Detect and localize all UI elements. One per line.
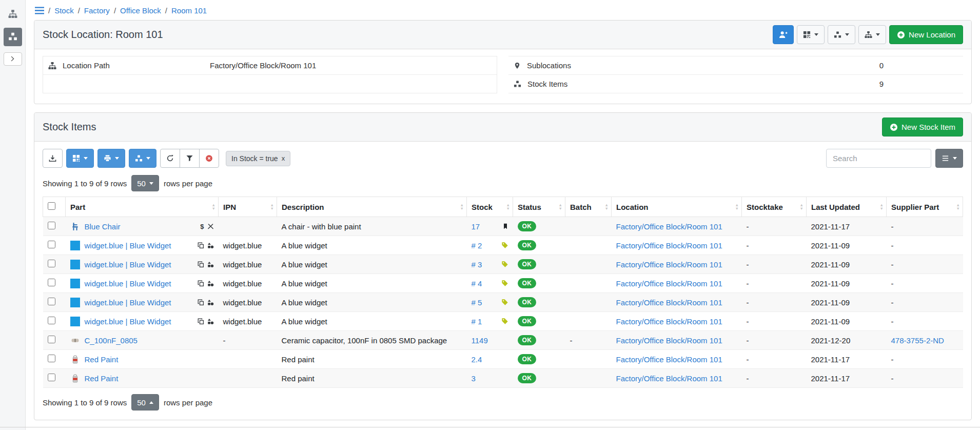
new-stock-item-button[interactable]: New Stock Item	[882, 118, 963, 136]
stock-count-link[interactable]: # 1	[472, 317, 482, 326]
stock-count-link[interactable]: # 5	[472, 298, 482, 307]
breadcrumb-link-office-block[interactable]: Office Block	[120, 6, 161, 15]
location-link[interactable]: Factory/Office Block/Room 101	[616, 279, 722, 288]
breadcrumb-separator: /	[165, 6, 167, 15]
page-title: Stock Location: Room 101	[43, 29, 163, 41]
batch-cell	[565, 293, 612, 312]
sidebar-item-location-tree[interactable]	[4, 5, 22, 24]
sidebar-item-stock[interactable]	[4, 28, 22, 46]
supplier-part-cell: -	[891, 317, 894, 326]
sidebar-expand-button[interactable]	[4, 52, 22, 66]
row-checkbox[interactable]	[48, 317, 55, 324]
row-checkbox[interactable]	[48, 222, 55, 229]
part-link[interactable]: widget.blue | Blue Widget	[85, 279, 171, 288]
row-checkbox[interactable]	[48, 355, 55, 362]
page-size-dropdown[interactable]: 50	[131, 394, 159, 411]
copy-icon	[198, 261, 204, 268]
row-checkbox[interactable]	[48, 279, 55, 286]
stock-actions-dropdown[interactable]	[828, 25, 855, 44]
column-header-location[interactable]: Location▲▼	[612, 197, 742, 217]
batch-cell	[565, 274, 612, 293]
widget-thumbnail	[70, 241, 80, 250]
location-link[interactable]: Factory/Office Block/Room 101	[616, 241, 722, 250]
page-size-dropdown[interactable]: 50	[131, 175, 159, 191]
location-link[interactable]: Factory/Office Block/Room 101	[616, 222, 722, 231]
part-link[interactable]: Red Paint	[85, 374, 119, 383]
column-header-last-updated[interactable]: Last Updated▲▼	[807, 197, 887, 217]
ipn-cell: widget.blue	[219, 255, 277, 274]
location-actions-dropdown[interactable]	[858, 25, 886, 44]
column-header-ipn[interactable]: IPN▲▼	[219, 197, 277, 217]
breadcrumb-link-stock[interactable]: Stock	[54, 6, 74, 15]
filter-chip-remove[interactable]: x	[282, 154, 285, 162]
stock-count-link[interactable]: 2.4	[472, 355, 482, 364]
barcode-actions-toolbar-dropdown[interactable]	[66, 149, 94, 168]
part-link[interactable]: Red Paint	[85, 355, 119, 364]
stock-count-link[interactable]: # 4	[472, 279, 482, 288]
stock-count-link[interactable]: 17	[472, 222, 480, 231]
supplier-part-link[interactable]: 478-3755-2-ND	[891, 336, 944, 345]
status-badge: OK	[518, 316, 537, 326]
grid-icon	[72, 154, 80, 162]
hamburger-menu-icon[interactable]	[35, 7, 44, 14]
column-header-batch[interactable]: Batch▲▼	[565, 197, 612, 217]
location-link[interactable]: Factory/Office Block/Room 101	[616, 260, 722, 269]
part-link[interactable]: widget.blue | Blue Widget	[85, 298, 171, 307]
stock-count-link[interactable]: # 3	[472, 260, 482, 269]
last-updated-cell: 2021-11-09	[807, 255, 887, 274]
part-link[interactable]: widget.blue | Blue Widget	[85, 260, 171, 269]
row-checkbox[interactable]	[48, 298, 55, 305]
tag-icon	[501, 299, 508, 306]
breadcrumb-link-factory[interactable]: Factory	[84, 6, 110, 15]
column-header-stocktake[interactable]: Stocktake▲▼	[742, 197, 807, 217]
print-actions-dropdown[interactable]	[97, 149, 125, 168]
row-checkbox[interactable]	[48, 374, 55, 381]
row-checkbox[interactable]	[48, 260, 55, 267]
breadcrumb-separator: /	[78, 6, 80, 15]
row-checkbox[interactable]	[48, 336, 55, 343]
stock-count-link[interactable]: 1149	[472, 336, 488, 345]
sublocations-count: 0	[879, 61, 958, 70]
table-row: widget.blue | Blue Widgetwidget.blueA bl…	[43, 274, 963, 293]
ipn-cell: -	[219, 331, 277, 350]
stock-count-link[interactable]: # 2	[472, 241, 482, 250]
filter-button[interactable]	[180, 149, 200, 168]
caret-down-icon	[814, 33, 818, 36]
row-checkbox[interactable]	[48, 241, 55, 248]
column-header-status[interactable]: Status▲▼	[513, 197, 565, 217]
table-columns-dropdown[interactable]	[935, 149, 963, 168]
download-button[interactable]	[43, 149, 63, 168]
location-link[interactable]: Factory/Office Block/Room 101	[616, 317, 722, 326]
select-all-checkbox[interactable]	[48, 202, 55, 210]
location-link[interactable]: Factory/Office Block/Room 101	[616, 336, 722, 345]
location-link[interactable]: Factory/Office Block/Room 101	[616, 355, 722, 364]
part-link[interactable]: widget.blue | Blue Widget	[85, 241, 171, 250]
column-header-part[interactable]: Part▲▼	[66, 197, 219, 217]
stock-count-link[interactable]: 3	[472, 374, 476, 383]
tools-icon	[207, 223, 214, 230]
new-location-button[interactable]: New Location	[889, 25, 963, 44]
column-header-stock[interactable]: Stock▲▼	[467, 197, 513, 217]
breadcrumb-separator: /	[48, 6, 50, 15]
sort-icon: ▲▼	[605, 204, 609, 210]
batch-cell	[565, 350, 612, 369]
column-header-supplier-part[interactable]: Supplier Part▲▼	[887, 197, 963, 217]
part-link[interactable]: Blue Chair	[85, 222, 121, 231]
search-input[interactable]	[826, 149, 931, 168]
refresh-button[interactable]	[160, 149, 180, 168]
plus-circle-icon	[897, 31, 905, 39]
page-bottom-divider	[0, 427, 980, 427]
part-link[interactable]: widget.blue | Blue Widget	[85, 317, 171, 326]
location-link[interactable]: Factory/Office Block/Room 101	[616, 374, 722, 383]
boxes-icon	[834, 31, 841, 38]
page-size-value: 50	[137, 398, 146, 407]
user-plus-button[interactable]	[773, 25, 794, 44]
breadcrumb-link-room-101[interactable]: Room 101	[171, 6, 207, 15]
stock-options-dropdown[interactable]	[129, 149, 156, 168]
column-header-description[interactable]: Description▲▼	[277, 197, 467, 217]
clear-filters-button[interactable]	[199, 149, 219, 168]
status-badge: OK	[518, 297, 537, 307]
location-link[interactable]: Factory/Office Block/Room 101	[616, 298, 722, 307]
part-link[interactable]: C_100nF_0805	[85, 336, 138, 345]
barcode-actions-dropdown[interactable]	[797, 25, 825, 44]
